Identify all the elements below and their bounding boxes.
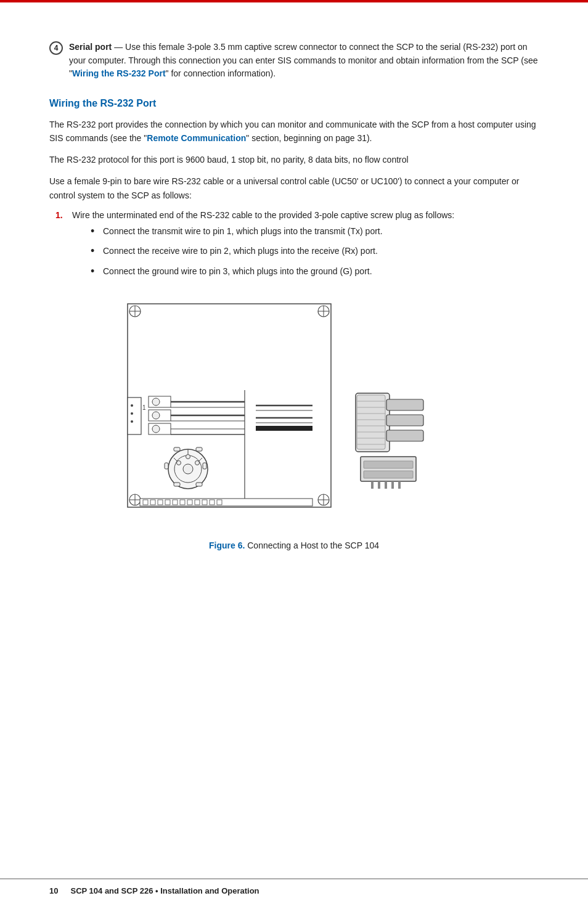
- svg-rect-80: [378, 481, 380, 489]
- svg-point-38: [183, 464, 193, 474]
- serial-port-block: 4 Serial port — Use this female 3-pole 3…: [49, 41, 539, 81]
- footer: 10 SCP 104 and SCP 226 • Installation an…: [0, 886, 588, 895]
- para-2: The RS-232 protocol for this port is 960…: [49, 153, 539, 166]
- svg-rect-60: [202, 500, 207, 505]
- bullet-item-1: • Connect the transmit wire to pin 1, wh…: [91, 225, 454, 238]
- svg-point-17: [131, 420, 133, 423]
- svg-rect-83: [398, 481, 401, 489]
- svg-rect-58: [187, 500, 192, 505]
- bullet-dot-1: •: [91, 226, 99, 237]
- bullet-item-3: • Connect the ground wire to pin 3, whic…: [91, 265, 454, 279]
- svg-rect-55: [165, 500, 170, 505]
- bullet-item-2: • Connect the receive wire to pin 2, whi…: [91, 245, 454, 258]
- section-heading: Wiring the RS-232 Port: [49, 98, 539, 109]
- para-1: The RS-232 port provides the connection …: [49, 118, 539, 145]
- serial-port-label: Serial port: [69, 42, 112, 52]
- svg-rect-67: [357, 395, 385, 449]
- footer-rule: [0, 878, 588, 879]
- svg-rect-79: [371, 481, 374, 489]
- bullet-list: • Connect the transmit wire to pin 1, wh…: [91, 225, 454, 279]
- svg-rect-64: [386, 399, 423, 410]
- svg-rect-48: [203, 463, 206, 469]
- diagram-svg: 1: [121, 298, 467, 532]
- remote-communication-link[interactable]: Remote Communication: [147, 133, 246, 143]
- serial-port-link[interactable]: Wiring the RS-232 Port: [72, 68, 166, 78]
- svg-rect-78: [364, 471, 413, 478]
- footer-page-num: 10: [49, 886, 58, 895]
- svg-point-16: [131, 412, 133, 415]
- svg-rect-54: [158, 500, 163, 505]
- para-3: Use a female 9-pin to bare wire RS-232 c…: [49, 174, 539, 202]
- svg-point-24: [152, 425, 160, 433]
- svg-rect-46: [196, 447, 202, 451]
- svg-rect-14: [128, 397, 141, 434]
- svg-rect-45: [174, 447, 180, 451]
- num-label-1: 1.: [55, 210, 69, 220]
- numbered-item-1-content: Wire the unterminated end of the RS-232 …: [72, 210, 454, 285]
- svg-point-22: [152, 412, 160, 419]
- svg-rect-53: [150, 500, 155, 505]
- figure-container: 1: [49, 298, 539, 550]
- para-1-after-link: " section, beginning on page 31).: [246, 133, 372, 143]
- numbered-item-1: 1. Wire the unterminated end of the RS-2…: [55, 210, 539, 285]
- svg-rect-47: [165, 463, 168, 469]
- serial-port-text: Serial port — Use this female 3-pole 3.5…: [69, 41, 539, 81]
- bullet-dot-3: •: [91, 266, 99, 277]
- svg-rect-65: [386, 415, 423, 426]
- svg-rect-81: [385, 481, 387, 489]
- svg-point-20: [152, 398, 160, 406]
- page: 4 Serial port — Use this female 3-pole 3…: [0, 0, 588, 909]
- svg-point-39: [186, 454, 190, 459]
- figure-caption-text: Connecting a Host to the SCP 104: [245, 540, 379, 550]
- svg-rect-82: [391, 481, 394, 489]
- svg-rect-62: [217, 500, 222, 505]
- svg-rect-35: [256, 426, 312, 431]
- svg-rect-49: [174, 483, 180, 486]
- svg-rect-77: [364, 461, 413, 468]
- serial-port-desc-after: " for connection information).: [166, 68, 276, 78]
- bullet-text-1: Connect the transmit wire to pin 1, whic…: [103, 225, 383, 238]
- svg-rect-61: [210, 500, 214, 505]
- svg-rect-56: [173, 500, 178, 505]
- svg-rect-59: [195, 500, 200, 505]
- numbered-item-1-text: Wire the unterminated end of the RS-232 …: [72, 210, 454, 220]
- numbered-list: 1. Wire the unterminated end of the RS-2…: [55, 210, 539, 285]
- svg-point-15: [131, 404, 133, 407]
- footer-text: SCP 104 and SCP 226 • Installation and O…: [70, 886, 259, 895]
- svg-rect-52: [143, 500, 148, 505]
- bullet-text-2: Connect the receive wire to pin 2, which…: [103, 245, 378, 258]
- bullet-text-3: Connect the ground wire to pin 3, which …: [103, 265, 372, 279]
- figure-caption: Figure 6. Connecting a Host to the SCP 1…: [209, 540, 379, 550]
- serial-port-number: 4: [49, 41, 63, 55]
- bullet-dot-2: •: [91, 245, 99, 256]
- top-rule: [0, 0, 588, 2]
- svg-text:1: 1: [142, 404, 146, 411]
- svg-rect-50: [196, 483, 202, 486]
- svg-rect-57: [180, 500, 185, 505]
- figure-label: Figure 6.: [209, 540, 245, 550]
- svg-rect-66: [386, 430, 423, 441]
